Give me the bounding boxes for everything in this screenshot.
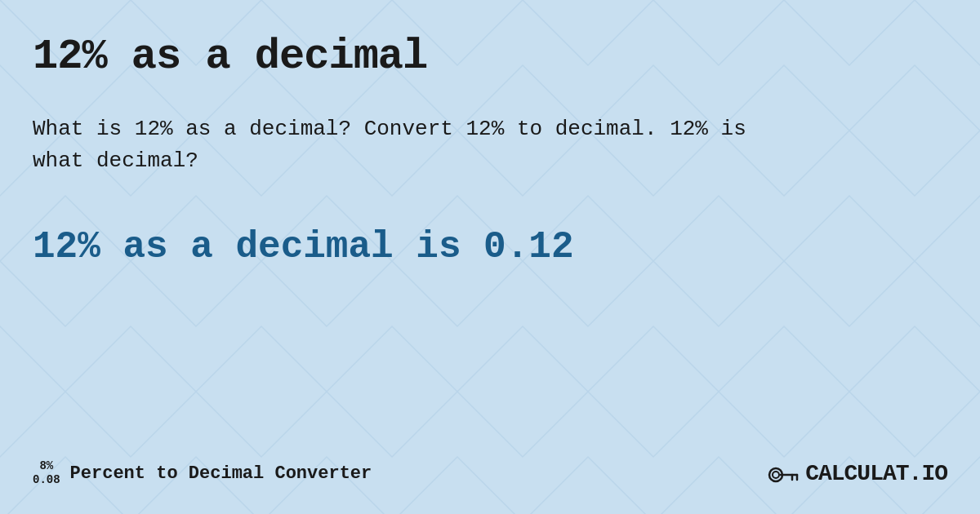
- footer-label: Percent to Decimal Converter: [70, 463, 372, 484]
- percent-bottom: 0.08: [33, 473, 60, 487]
- footer-logo-area: CALCULAT.IO: [766, 457, 947, 490]
- calculat-logo: CALCULAT.IO: [805, 461, 947, 486]
- footer: 8% 0.08 Percent to Decimal Converter CAL…: [33, 457, 947, 490]
- footer-left: 8% 0.08 Percent to Decimal Converter: [33, 459, 372, 487]
- page-title: 12% as a decimal: [33, 33, 947, 81]
- result-heading: 12% as a decimal is 0.12: [33, 226, 947, 268]
- percent-stack: 8% 0.08: [33, 459, 60, 487]
- percent-top: 8%: [39, 459, 53, 473]
- svg-point-42: [773, 472, 779, 478]
- calculator-icon: [766, 457, 799, 490]
- page-description: What is 12% as a decimal? Convert 12% to…: [33, 113, 768, 177]
